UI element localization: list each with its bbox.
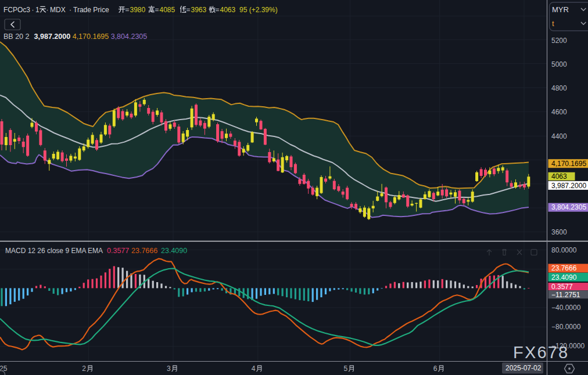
svg-text:3963: 3963 — [191, 6, 207, 14]
svg-text:−80.0000: −80.0000 — [551, 323, 581, 331]
svg-text:Trade Price: Trade Price — [73, 6, 109, 14]
svg-text:5000: 5000 — [551, 60, 567, 68]
svg-text:FX678: FX678 — [513, 343, 569, 362]
svg-text:3980: 3980 — [130, 6, 146, 14]
svg-text:23.7666: 23.7666 — [131, 247, 157, 255]
svg-text:4600: 4600 — [551, 108, 567, 116]
svg-text:23.4090: 23.4090 — [551, 273, 577, 282]
svg-text:3,987.2000: 3,987.2000 — [34, 33, 71, 41]
svg-text:95 (+2.39%): 95 (+2.39%) — [239, 6, 278, 14]
svg-text:·: · — [32, 6, 34, 14]
svg-text:3,804.2305: 3,804.2305 — [551, 203, 586, 211]
svg-text:4400: 4400 — [551, 132, 567, 140]
svg-text:23.7666: 23.7666 — [551, 264, 577, 272]
svg-text:3600: 3600 — [551, 228, 567, 236]
svg-text:2: 2 — [82, 365, 86, 373]
svg-text:23.4090: 23.4090 — [161, 247, 187, 255]
svg-text:MACD 12 26 close 9 EMA EMA: MACD 12 26 close 9 EMA EMA — [5, 247, 103, 255]
svg-text:·: · — [69, 6, 71, 14]
svg-text:4: 4 — [252, 365, 256, 373]
svg-text:1: 1 — [35, 6, 40, 14]
svg-text:3: 3 — [167, 365, 171, 373]
svg-text:4063: 4063 — [220, 6, 236, 14]
svg-text:−40.0000: −40.0000 — [551, 304, 581, 312]
svg-text:·: · — [46, 6, 49, 14]
svg-text:6: 6 — [433, 365, 438, 373]
svg-text:4,170.1695: 4,170.1695 — [551, 160, 586, 168]
svg-text:2025-07-02: 2025-07-02 — [505, 364, 542, 372]
svg-text:=: = — [126, 6, 130, 14]
svg-text:t: t — [552, 19, 554, 28]
svg-text:0.3577: 0.3577 — [107, 247, 129, 255]
svg-text:=: = — [155, 6, 159, 14]
svg-text:5200: 5200 — [551, 37, 567, 45]
svg-text:5: 5 — [343, 365, 347, 373]
svg-text:FCPOc3: FCPOc3 — [3, 6, 30, 14]
svg-text:3,987.2000: 3,987.2000 — [551, 182, 586, 190]
svg-text:4063: 4063 — [551, 172, 567, 181]
svg-text:MYR: MYR — [552, 5, 569, 14]
svg-text:BB 20 2: BB 20 2 — [3, 33, 30, 41]
svg-text:4085: 4085 — [160, 6, 175, 14]
svg-text:80.0000: 80.0000 — [551, 246, 577, 254]
svg-text:4800: 4800 — [551, 84, 567, 92]
svg-text:0.3577: 0.3577 — [551, 283, 573, 291]
svg-text:4,170.1695: 4,170.1695 — [73, 33, 109, 41]
svg-text:=: = — [216, 6, 220, 14]
svg-text:−11.2751: −11.2751 — [551, 291, 580, 299]
svg-text:3,804.2305: 3,804.2305 — [111, 33, 148, 41]
svg-text:=: = — [187, 6, 191, 14]
svg-text:MDX: MDX — [50, 6, 66, 14]
